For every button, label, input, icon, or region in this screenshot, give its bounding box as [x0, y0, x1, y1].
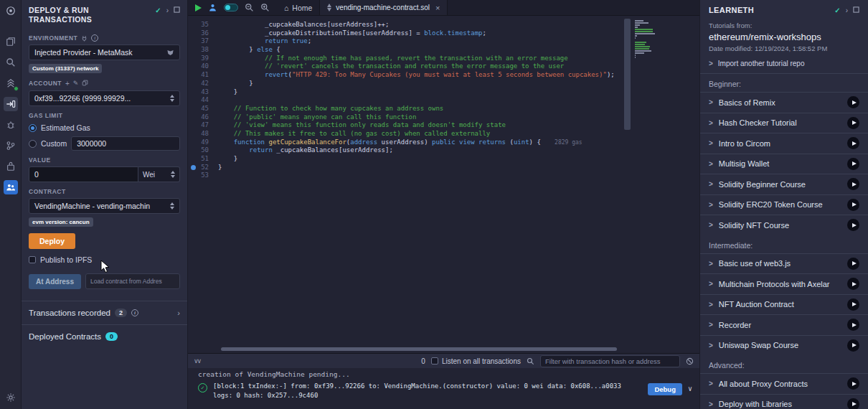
code-line[interactable]: 48 // This makes it free to call (no gas…: [188, 130, 699, 138]
listen-all-transactions-checkbox[interactable]: [431, 357, 438, 365]
code-editor[interactable]: 35 _cupcakeBalances[userAddress]++;36 _c…: [188, 16, 699, 353]
tab-vending-machine-contract[interactable]: vending-machine-contract.sol ×: [319, 0, 448, 15]
code-line[interactable]: 35 _cupcakeBalances[userAddress]++;: [188, 21, 699, 29]
chevron-down-icon[interactable]: ∨: [688, 385, 692, 392]
code-line[interactable]: 47 // 'view' means this function only re…: [188, 121, 699, 130]
line-number[interactable]: 40: [188, 62, 218, 71]
close-icon[interactable]: ×: [435, 4, 440, 12]
tutorial-item[interactable]: >Basic use of web3.js: [700, 253, 868, 274]
horizontal-scrollbar[interactable]: [221, 347, 617, 351]
solidity-compiler-icon[interactable]: [4, 76, 18, 90]
zoom-in-icon[interactable]: [260, 3, 270, 12]
play-icon[interactable]: [847, 377, 859, 390]
deploy-and-run-icon[interactable]: [4, 97, 18, 111]
line-number[interactable]: 35: [188, 21, 218, 29]
contract-select[interactable]: VendingMachine - vending-machin: [29, 198, 180, 214]
play-icon[interactable]: [847, 398, 859, 409]
line-number[interactable]: 37: [188, 37, 218, 46]
plugin-manager-icon[interactable]: [4, 159, 18, 174]
code-line[interactable]: 36 _cupcakeDistributionTimes[userAddress…: [188, 29, 699, 38]
tutorial-item[interactable]: >NFT Auction Contract: [700, 294, 868, 315]
play-icon[interactable]: [847, 319, 859, 331]
deployed-contracts-row[interactable]: Deployed Contracts 0: [22, 325, 187, 348]
code-line[interactable]: 39 // If not enough time has passed, rev…: [188, 55, 699, 63]
code-line[interactable]: 49 function getCupcakeBalanceFor(address…: [188, 138, 699, 147]
line-number[interactable]: 50: [188, 146, 218, 155]
code-line[interactable]: 46 // 'public' means anyone can call thi…: [188, 113, 699, 122]
line-number[interactable]: 36: [188, 29, 218, 38]
chevron-right-icon[interactable]: ›: [177, 309, 180, 317]
terminal-expand-icon[interactable]: ∨∨: [194, 357, 200, 365]
clear-console-icon[interactable]: [686, 357, 694, 365]
minimap[interactable]: [635, 20, 656, 61]
play-icon[interactable]: [847, 298, 859, 311]
tutorial-item[interactable]: >Solidity NFT Course: [700, 215, 868, 235]
code-line[interactable]: 50 return _cupcakeBalances[userAddress];: [188, 146, 699, 155]
environment-select[interactable]: Injected Provider - MetaMask: [29, 44, 180, 60]
tutorial-item[interactable]: >Multisig Wallet: [700, 154, 868, 174]
code-line[interactable]: 53: [188, 171, 699, 180]
popout-icon[interactable]: [853, 6, 859, 14]
tutorial-item[interactable]: >All about Proxy Contracts: [700, 373, 868, 394]
line-number[interactable]: 43: [188, 88, 218, 97]
tutorial-item[interactable]: >Basics of Remix: [700, 92, 868, 113]
estimated-gas-radio[interactable]: [29, 124, 37, 132]
source-control-icon[interactable]: [4, 138, 18, 153]
custom-gas-radio[interactable]: [29, 140, 37, 148]
value-unit-select[interactable]: Wei: [138, 166, 180, 182]
line-number[interactable]: 38: [188, 46, 218, 55]
code-line[interactable]: 43 }: [188, 88, 699, 97]
import-tutorial-link[interactable]: > Import another tutorial repo: [709, 60, 859, 67]
add-account-icon[interactable]: +: [65, 80, 70, 88]
tutorial-item[interactable]: >Recorder: [700, 314, 868, 335]
code-line[interactable]: 52}: [188, 164, 699, 172]
play-icon[interactable]: [847, 219, 859, 231]
play-icon[interactable]: [847, 96, 859, 108]
play-icon[interactable]: [847, 278, 859, 290]
tab-home[interactable]: ⌂ Home: [277, 0, 319, 15]
line-number[interactable]: 49: [188, 138, 218, 147]
settings-icon[interactable]: [4, 390, 18, 405]
popout-icon[interactable]: [174, 6, 180, 14]
code-line[interactable]: 45 // Function to check how many cupcake…: [188, 105, 699, 113]
debug-button[interactable]: Debug: [648, 383, 682, 395]
info-icon[interactable]: i: [131, 309, 138, 316]
value-input[interactable]: [29, 166, 138, 182]
transactions-recorded-row[interactable]: Transactions recorded 2 i ›: [22, 301, 187, 324]
copy-icon[interactable]: [82, 79, 88, 88]
code-line[interactable]: 37 return true;: [188, 37, 699, 46]
user-icon[interactable]: [208, 3, 217, 12]
play-icon[interactable]: [847, 158, 859, 170]
run-script-icon[interactable]: [195, 4, 202, 11]
custom-gas-input[interactable]: [71, 136, 180, 151]
tutorial-item[interactable]: >Solidity ERC20 Token Course: [700, 194, 868, 215]
code-line[interactable]: 44: [188, 96, 699, 105]
code-line[interactable]: 42 }: [188, 80, 699, 88]
line-number[interactable]: 41: [188, 71, 218, 80]
debugger-icon[interactable]: [4, 118, 18, 132]
play-icon[interactable]: [847, 199, 859, 211]
account-select[interactable]: 0xf39...92266 (9999.99929...: [29, 90, 180, 106]
line-number[interactable]: 48: [188, 130, 218, 138]
line-number[interactable]: 53: [188, 171, 218, 180]
learneth-icon[interactable]: [4, 180, 18, 194]
line-number[interactable]: 44: [188, 96, 218, 105]
remix-logo-icon[interactable]: [4, 4, 18, 18]
tutorial-item[interactable]: >Intro to Circom: [700, 133, 868, 154]
line-number[interactable]: 46: [188, 113, 218, 122]
code-line[interactable]: 40 // 'revert' cancels the transaction a…: [188, 62, 699, 71]
preview-toggle-icon[interactable]: [224, 4, 238, 11]
chevron-right-icon[interactable]: ›: [166, 6, 169, 14]
terminal-log[interactable]: creation of VendingMachine pending... ✓ …: [188, 368, 699, 409]
play-icon[interactable]: [847, 339, 859, 352]
transaction-filter-input[interactable]: [540, 355, 680, 367]
publish-ipfs-checkbox[interactable]: [29, 256, 36, 263]
play-icon[interactable]: [847, 178, 859, 190]
tutorial-item[interactable]: >Solidity Beginner Course: [700, 174, 868, 194]
line-number[interactable]: 47: [188, 121, 218, 130]
code-line[interactable]: 38 } else {: [188, 46, 699, 55]
tutorial-item[interactable]: >Deploy with Libraries: [700, 394, 868, 409]
tutorial-item[interactable]: >Multichain Protocols with Axelar: [700, 273, 868, 294]
file-explorer-icon[interactable]: [4, 34, 18, 49]
zoom-out-icon[interactable]: [245, 3, 254, 12]
